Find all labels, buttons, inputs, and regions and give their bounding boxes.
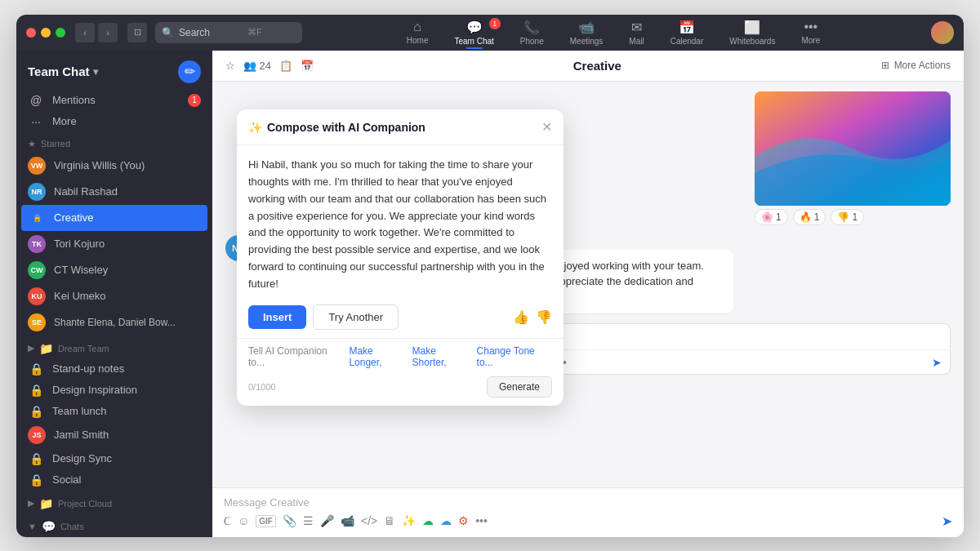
meetings-icon: 📹 [578,20,595,35]
ai-close-button[interactable]: ✕ [541,119,552,135]
sidebar-item-nabil[interactable]: NR Nabil Rashad [16,179,212,205]
members-icon[interactable]: 👥 24 [243,60,271,72]
compose-ai-icon[interactable]: ✨ [402,514,416,527]
chats-icon: 💬 [42,520,56,533]
sidebar-item-team-lunch[interactable]: 🔒 Team lunch [16,401,212,422]
lock-icon-lunch: 🔒 [28,405,44,418]
sidebar-item-shante[interactable]: SE Shante Elena, Daniel Bow... [16,309,212,335]
make-longer-link[interactable]: Make Longer, [349,345,407,368]
more-actions-icon: ⊞ [881,60,889,71]
traffic-lights [26,28,65,38]
sidebar-item-standup[interactable]: 🔒 Stand-up notes [16,358,212,380]
sidebar-item-brainstorming[interactable]: BR Brainstorming [16,536,212,537]
tasks-icon[interactable]: 📋 [279,60,292,72]
sidebar-item-ct[interactable]: CW CT Wiseley [16,257,212,283]
mail-icon: ✉ [631,20,642,35]
kei-avatar: KU [28,287,46,305]
main-layout: Team Chat ▾ ✏ @ Mentions 1 ··· More ★ St… [16,51,964,537]
compose-input[interactable]: Message Creative [224,496,952,513]
compose-button[interactable]: ✏ [178,60,201,83]
creative-avatar: 🔒 [28,209,46,227]
screen-share-icon[interactable]: ⊡ [127,23,147,42]
compose-attach-icon[interactable]: 📎 [283,514,296,527]
compose-gif-icon[interactable]: GIF [256,515,276,527]
reaction-2[interactable]: 🔥1 [793,209,826,225]
tori-avatar: TK [28,235,46,253]
nav-home[interactable]: ⌂ Home [394,16,442,48]
sidebar-item-design-inspo[interactable]: 🔒 Design Inspiration [16,380,212,401]
project-cloud-section: ▶ 📁 Project Cloud [16,491,212,513]
compose-list-icon[interactable]: ☰ [303,514,314,527]
compose-code-icon[interactable]: </> [361,514,377,527]
reaction-1[interactable]: 🌸1 [755,209,788,225]
change-tone-link[interactable]: Change Tone to... [477,345,552,368]
lock-icon-sync: 🔒 [28,452,44,465]
chats-expand-icon: ▼ [28,522,37,531]
thumbs-up-icon[interactable]: 👍 [513,309,529,325]
close-button[interactable] [26,28,36,38]
user-avatar[interactable] [931,21,954,44]
back-button[interactable]: ‹ [75,23,95,42]
star-channel-icon[interactable]: ☆ [225,60,235,72]
ct-avatar: CW [28,261,46,279]
sidebar-item-jamil[interactable]: JS Jamil Smith [16,422,212,448]
chat-title: Creative [314,59,881,73]
compose-dropbox-icon[interactable]: ☁ [440,514,452,527]
sidebar-chevron-icon: ▾ [93,66,98,78]
sidebar-item-kei[interactable]: KU Kei Umeko [16,283,212,309]
minimize-button[interactable] [41,28,51,38]
mentions-icon: @ [28,94,44,107]
sidebar-item-tori[interactable]: TK Tori Kojuro [16,231,212,257]
compose-format-icon[interactable]: Ꞇ [224,514,231,528]
messages-container: 🌸1 🔥1 👎1 NR [212,82,964,487]
reactions-row: 🌸1 🔥1 👎1 [755,209,951,225]
compose-settings-icon[interactable]: ⚙ [458,514,469,527]
compose-video-icon[interactable]: 📹 [341,514,354,527]
nav-phone[interactable]: 📞 Phone [507,16,557,49]
compose-screen-icon[interactable]: 🖥 [384,514,395,527]
calendar-icon: 📅 [679,20,695,35]
forward-button[interactable]: › [98,23,118,42]
calendar-channel-icon[interactable]: 📅 [301,60,314,72]
ai-counter: 0/1000 [248,382,276,392]
sidebar-item-more[interactable]: ··· More [16,111,212,132]
folder-dream-icon: 📁 [39,342,53,355]
compose-emoji-icon[interactable]: ☺ [238,514,249,527]
nav-more[interactable]: ••• More [788,16,833,48]
chat-area: ☆ 👥 24 📋 📅 Creative ⊞ More Actions [212,51,964,537]
more-actions-button[interactable]: ⊞ More Actions [881,60,951,71]
star-icon: ★ [28,139,36,149]
nav-meetings[interactable]: 📹 Meetings [557,16,617,49]
try-another-button[interactable]: Try Another [313,304,399,330]
sidebar-item-design-sync[interactable]: 🔒 Design Sync [16,448,212,469]
folder-icon: ▶ [28,343,34,353]
nav-team-chat[interactable]: 💬 Team Chat 1 [441,16,506,49]
reaction-3[interactable]: 👎1 [831,209,864,225]
maximize-button[interactable] [56,28,65,38]
search-bar[interactable]: 🔍 Search ⌘F [155,22,302,43]
compose-send-button[interactable]: ➤ [942,513,952,529]
nav-calendar[interactable]: 📅 Calendar [657,16,717,49]
make-shorter-link[interactable]: Make Shorter, [412,345,472,368]
compose-more-icon[interactable]: ••• [475,514,488,527]
sidebar-item-social[interactable]: 🔒 Social [16,469,212,491]
phone-icon: 📞 [523,20,540,35]
chats-section: ▼ 💬 Chats [16,513,212,536]
shared-image [755,91,951,206]
send-button[interactable]: ➤ [932,356,942,369]
starred-section: ★ Starred [16,132,212,153]
nav-mail[interactable]: ✉ Mail [616,16,657,49]
team-chat-badge: 1 [489,18,501,29]
virginia-avatar: VW [28,157,46,175]
sidebar-item-creative[interactable]: 🔒 Creative [21,205,207,231]
nav-meetings-label: Meetings [570,37,604,46]
ai-popup: ✨ Compose with AI Companion ✕ Hi Nabil, … [237,109,564,405]
generate-button[interactable]: Generate [487,376,552,398]
sidebar-item-mentions[interactable]: @ Mentions 1 [16,90,212,111]
insert-button[interactable]: Insert [248,305,306,329]
nav-whiteboards[interactable]: ⬜ Whiteboards [716,16,788,49]
sidebar-item-virginia[interactable]: VW Virginia Willis (You) [16,153,212,179]
thumbs-down-icon[interactable]: 👎 [536,309,552,325]
compose-gdrive-icon[interactable]: ☁ [422,514,434,527]
compose-audio-icon[interactable]: 🎤 [320,514,334,527]
